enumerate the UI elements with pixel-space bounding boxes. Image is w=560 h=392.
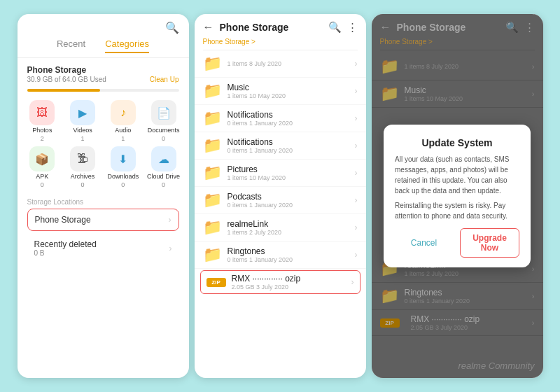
dialog-title: Update System — [395, 137, 519, 148]
videos-icon: ▶ — [70, 100, 95, 125]
folder-info: 1 items 8 July 2020 — [227, 60, 349, 67]
chevron-right-icon: › — [355, 113, 358, 123]
chevron-right-icon: › — [355, 86, 358, 96]
chevron-right-icon: › — [169, 215, 172, 225]
update-system-dialog: Update System All your data (such as con… — [384, 125, 531, 267]
folder-meta: 1 items 10 May 2020 — [227, 92, 349, 99]
photos-icon: 🖼 — [29, 100, 55, 125]
chevron-right-icon: › — [351, 277, 354, 287]
phone-storage-item[interactable]: Phone Storage › — [27, 209, 179, 231]
folder-name: RMX ············· ozip — [232, 274, 346, 284]
folder-meta: 0 items 1 January 2020 — [227, 147, 349, 154]
folder-icon: 📁 — [203, 136, 222, 155]
chevron-right-icon: › — [355, 141, 358, 150]
recently-deleted-label: Recently deleted — [34, 239, 97, 249]
list-item[interactable]: 📁 Podcasts 0 items 1 January 2020 › — [195, 187, 366, 214]
list-item[interactable]: 🖼 Photos 2 — [24, 100, 61, 142]
dialog-overlay: Update System All your data (such as con… — [372, 14, 543, 378]
icon-label-archives: Archives — [71, 173, 95, 180]
screen-3: ← Phone Storage 🔍 ⋮ Phone Storage > 📁 1 … — [372, 14, 543, 378]
folder-info: Notifications 0 items 1 January 2020 — [227, 110, 349, 127]
upgrade-now-button[interactable]: Upgrade Now — [460, 228, 519, 258]
chevron-right-icon: › — [355, 223, 358, 232]
storage-locations-label: Storage Locations — [27, 198, 179, 206]
cancel-button[interactable]: Cancel — [395, 228, 453, 258]
list-item[interactable]: 📄 Documents 0 — [146, 100, 182, 142]
folder-meta: 0 items 1 January 2020 — [227, 256, 349, 263]
list-item[interactable]: 📁 realmeLink 1 items 2 July 2020 › — [195, 214, 366, 241]
dialog-body-p1: All your data (such as contacts, SMS mes… — [395, 154, 519, 196]
chevron-right-icon: › — [355, 168, 358, 178]
search-icon[interactable]: 🔍 — [165, 21, 179, 34]
icon-label-cloud: Cloud Drive — [147, 173, 180, 180]
s1-tabs: Recent Categories — [18, 37, 189, 58]
s1-storage-sub: 30.9 GB of 64.0 GB Used Clean Up — [27, 76, 179, 83]
chevron-right-icon-deleted: › — [169, 244, 172, 253]
folder-name: realmeLink — [227, 219, 349, 229]
folder-icon: 📁 — [203, 164, 222, 182]
icon-label-downloads: Downloads — [108, 173, 139, 180]
s1-storage-title: Phone Storage — [27, 65, 179, 75]
archives-icon: 🗜 — [70, 146, 95, 172]
folder-info: Podcasts 0 items 1 January 2020 — [227, 192, 349, 209]
folder-name: Notifications — [227, 110, 349, 120]
folder-meta: 1 items 2 July 2020 — [227, 229, 349, 236]
downloads-icon: ⬇ — [111, 146, 136, 172]
list-item[interactable]: 📁 Notifications 0 items 1 January 2020 › — [195, 105, 366, 132]
s1-icons-grid: 🖼 Photos 2 ▶ Videos 1 ♪ Audio 1 📄 Docume… — [18, 94, 189, 194]
list-item[interactable]: ▶ Videos 1 — [64, 100, 101, 142]
list-item[interactable]: ☁ Cloud Drive 0 — [146, 146, 182, 188]
folder-icon: 📁 — [203, 246, 222, 264]
list-item-zip-highlighted[interactable]: ZIP RMX ············· ozip 2.05 GB 3 Jul… — [200, 270, 360, 294]
folder-name: Music — [227, 83, 349, 92]
s1-storage-info: Phone Storage 30.9 GB of 64.0 GB Used Cl… — [18, 58, 189, 86]
folder-info: RMX ············· ozip 2.05 GB 3 July 20… — [232, 274, 346, 290]
icon-count-videos: 1 — [81, 135, 85, 142]
dialog-body-p2: Reinstalling the system is risky. Pay at… — [395, 200, 519, 221]
folder-meta: 0 items 1 January 2020 — [227, 120, 349, 127]
list-item[interactable]: 📁 Ringtones 0 items 1 January 2020 › — [195, 241, 366, 269]
list-item[interactable]: 📁 Pictures 1 items 10 May 2020 › — [195, 160, 366, 187]
folder-meta: 1 items 8 July 2020 — [227, 60, 349, 67]
s2-header-icons: 🔍 ⋮ — [328, 21, 358, 34]
s2-more-icon[interactable]: ⋮ — [347, 21, 358, 34]
icon-label-audio: Audio — [115, 127, 131, 134]
s1-progress-fill — [27, 89, 100, 92]
folder-icon: 📁 — [203, 55, 222, 73]
s1-storage-used: 30.9 GB of 64.0 GB Used — [27, 76, 106, 83]
documents-icon: 📄 — [151, 100, 176, 125]
folder-icon: 📁 — [203, 191, 222, 209]
chevron-right-icon: › — [355, 59, 358, 69]
list-item[interactable]: 📦 APK 0 — [24, 146, 61, 188]
phone-storage-label: Phone Storage — [35, 215, 91, 225]
icon-count-downloads: 0 — [121, 181, 125, 188]
list-item[interactable]: ⬇ Downloads 0 — [105, 146, 141, 188]
tab-recent[interactable]: Recent — [57, 38, 85, 53]
s2-folder-list: 📁 1 items 8 July 2020 › 📁 Music 1 items … — [195, 50, 366, 351]
icon-label-apk: APK — [36, 173, 48, 180]
chevron-right-icon: › — [355, 195, 358, 205]
back-arrow-icon[interactable]: ← — [203, 21, 214, 34]
folder-icon: 📁 — [203, 82, 222, 100]
list-item[interactable]: 📁 Music 1 items 10 May 2020 › — [195, 78, 366, 105]
folder-meta: 1 items 10 May 2020 — [227, 174, 349, 181]
list-item[interactable]: 📁 1 items 8 July 2020 › — [195, 50, 366, 78]
folder-icon: 📁 — [203, 218, 222, 237]
list-item[interactable]: 🗜 Archives 0 — [64, 146, 101, 188]
folder-name: Pictures — [227, 164, 349, 174]
s3-background: ← Phone Storage 🔍 ⋮ Phone Storage > 📁 1 … — [372, 14, 543, 378]
recently-deleted-item[interactable]: Recently deleted 0 B › — [27, 235, 179, 261]
cleanup-button[interactable]: Clean Up — [150, 76, 179, 83]
tab-categories[interactable]: Categories — [105, 38, 149, 53]
list-item[interactable]: 📁 Notifications 0 items 1 January 2020 › — [195, 132, 366, 160]
icon-count-docs: 0 — [162, 135, 165, 142]
s2-search-icon[interactable]: 🔍 — [328, 21, 342, 34]
folder-info: Ringtones 0 items 1 January 2020 — [227, 246, 349, 263]
folder-name: Notifications — [227, 137, 349, 147]
s2-breadcrumb: Phone Storage > — [195, 38, 366, 50]
folder-info: Music 1 items 10 May 2020 — [227, 83, 349, 99]
folder-meta: 0 items 1 January 2020 — [227, 202, 349, 209]
list-item[interactable]: ♪ Audio 1 — [105, 100, 141, 142]
s1-storage-section: Storage Locations Phone Storage › Recent… — [18, 194, 189, 262]
icon-count-audio: 1 — [121, 135, 125, 142]
